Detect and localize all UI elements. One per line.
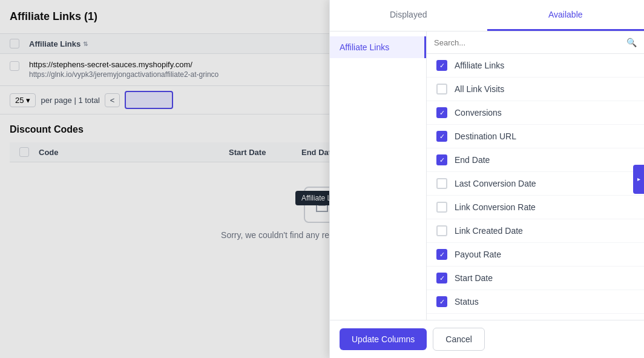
custom-checkbox[interactable] xyxy=(436,225,447,236)
update-columns-button[interactable]: Update Columns xyxy=(340,328,427,350)
panel-content: Affiliate Links 🔍 ✓Affiliate LinksAll Li… xyxy=(330,31,644,320)
custom-checkbox[interactable] xyxy=(436,202,447,213)
checkbox-label: Destination URL xyxy=(455,131,516,141)
checkbox-item[interactable]: All Link Visits xyxy=(427,78,644,101)
sidebar-item-affiliate-links[interactable]: Affiliate Links xyxy=(330,36,426,58)
custom-checkbox[interactable] xyxy=(436,84,447,94)
panel-main: 🔍 ✓Affiliate LinksAll Link Visits✓Conver… xyxy=(427,31,644,320)
tab-displayed[interactable]: Displayed xyxy=(330,0,487,31)
checkbox-label: Status xyxy=(455,297,479,307)
modal-overlay: Displayed Available Affiliate Links 🔍 ✓A… xyxy=(0,0,644,358)
checkbox-item[interactable]: ✓Destination URL xyxy=(427,125,644,148)
custom-checkbox[interactable]: ✓ xyxy=(436,249,447,260)
checkbox-label: Start Date xyxy=(455,273,493,283)
checkbox-item[interactable]: ✓End Date xyxy=(427,148,644,172)
checkbox-label: Link Conversion Rate xyxy=(455,202,536,212)
checkbox-item[interactable]: Link Created Date xyxy=(427,219,644,243)
checkbox-label: Conversions xyxy=(455,108,502,118)
panel-sidebar: Affiliate Links xyxy=(330,31,427,320)
custom-checkbox[interactable]: ✓ xyxy=(436,154,447,165)
custom-checkbox[interactable] xyxy=(436,178,447,189)
panel-tabs: Displayed Available xyxy=(330,0,644,31)
checkbox-label: Link Created Date xyxy=(455,226,523,236)
checkbox-item[interactable]: ✓Conversions xyxy=(427,101,644,125)
cancel-button[interactable]: Cancel xyxy=(433,328,485,351)
checkbox-item[interactable]: ✓Start Date xyxy=(427,267,644,290)
custom-checkbox[interactable]: ✓ xyxy=(436,131,447,142)
checkbox-item[interactable]: ✓Total Revenue xyxy=(427,314,644,320)
panel-search: 🔍 xyxy=(427,31,644,54)
side-tab-icon: ▸ xyxy=(637,176,640,182)
checkbox-label: Payout Rate xyxy=(455,250,501,259)
checkbox-label: All Link Visits xyxy=(455,84,504,94)
columns-panel: Displayed Available Affiliate Links 🔍 ✓A… xyxy=(329,0,644,358)
custom-checkbox[interactable]: ✓ xyxy=(436,60,447,71)
tab-available[interactable]: Available xyxy=(487,0,645,31)
checkbox-item[interactable]: ✓Status xyxy=(427,290,644,314)
checkbox-item[interactable]: ✓Payout Rate xyxy=(427,243,644,267)
panel-search-icon: 🔍 xyxy=(626,38,637,47)
custom-checkbox[interactable]: ✓ xyxy=(436,273,447,283)
column-search-input[interactable] xyxy=(434,38,622,47)
checkbox-list: ✓Affiliate LinksAll Link Visits✓Conversi… xyxy=(427,54,644,320)
checkbox-item[interactable]: Link Conversion Rate xyxy=(427,196,644,219)
checkbox-label: End Date xyxy=(455,155,490,165)
custom-checkbox[interactable]: ✓ xyxy=(436,107,447,118)
checkbox-label: Last Conversion Date xyxy=(455,179,536,188)
custom-checkbox[interactable]: ✓ xyxy=(436,296,447,307)
checkbox-item[interactable]: ✓Affiliate Links xyxy=(427,54,644,78)
panel-footer: Update Columns Cancel xyxy=(330,320,644,358)
checkbox-item[interactable]: Last Conversion Date xyxy=(427,172,644,196)
side-tab-button[interactable]: ▸ xyxy=(633,165,644,194)
checkbox-label: Affiliate Links xyxy=(455,61,504,70)
